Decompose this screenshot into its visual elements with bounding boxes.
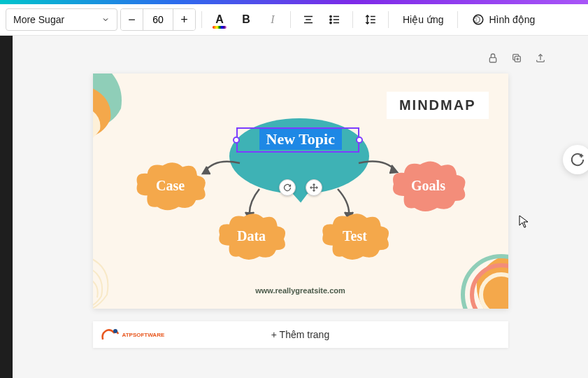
duplicate-button[interactable] bbox=[507, 48, 526, 68]
decorative-lines-bottom-left bbox=[93, 232, 177, 309]
add-page-button[interactable]: ATPSOFTWARE + Thêm trang bbox=[93, 321, 508, 348]
decorative-corner-top-left bbox=[93, 74, 184, 150]
canvas-area[interactable]: MINDMAP New Topic bbox=[13, 36, 588, 378]
toolbar-separator bbox=[201, 11, 202, 28]
slide-canvas[interactable]: MINDMAP New Topic bbox=[93, 74, 508, 309]
node-test[interactable]: Test bbox=[317, 209, 394, 262]
svg-point-4 bbox=[330, 19, 331, 20]
node-case[interactable]: Case bbox=[131, 159, 210, 212]
node-data[interactable]: Data bbox=[213, 209, 290, 262]
toolbar-separator bbox=[388, 11, 389, 28]
decorative-corner-bottom-right bbox=[410, 225, 508, 309]
node-data-label: Data bbox=[237, 228, 266, 244]
cursor-pointer-icon bbox=[519, 215, 530, 229]
font-size-increase-button[interactable]: + bbox=[173, 8, 195, 31]
lock-icon bbox=[487, 52, 499, 64]
svg-point-5 bbox=[330, 22, 331, 23]
move-icon bbox=[310, 183, 318, 192]
selection-handle-right[interactable] bbox=[356, 136, 363, 144]
node-goals[interactable]: Goals bbox=[387, 158, 471, 214]
alignment-button[interactable] bbox=[296, 8, 320, 31]
align-icon bbox=[302, 13, 315, 26]
main-area: MINDMAP New Topic bbox=[0, 36, 588, 378]
font-family-select[interactable]: More Sugar bbox=[6, 8, 117, 31]
add-page-label: + Thêm trang bbox=[271, 329, 329, 340]
list-icon bbox=[329, 13, 341, 26]
spacing-button[interactable] bbox=[359, 8, 382, 31]
left-sidebar-collapsed bbox=[0, 36, 13, 378]
svg-rect-16 bbox=[489, 57, 496, 62]
svg-point-26 bbox=[113, 329, 117, 333]
footer-url: www.reallygreatsite.com bbox=[93, 286, 508, 295]
watermark-logo: ATPSOFTWARE bbox=[100, 327, 165, 342]
refresh-plus-icon bbox=[570, 152, 585, 167]
logo-text: ATPSOFTWARE bbox=[122, 332, 165, 338]
animate-button[interactable]: Hình động bbox=[464, 8, 543, 31]
lock-button[interactable] bbox=[483, 48, 503, 68]
mindmap-title[interactable]: MINDMAP bbox=[387, 92, 489, 119]
element-controls bbox=[279, 179, 322, 196]
animate-icon bbox=[472, 13, 485, 26]
logo-icon bbox=[100, 327, 120, 342]
font-size-group: − + bbox=[120, 8, 196, 31]
font-size-decrease-button[interactable]: − bbox=[121, 8, 143, 31]
animate-label: Hình động bbox=[489, 14, 535, 25]
slide-actions-row bbox=[32, 48, 568, 68]
central-topic-text[interactable]: New Topic bbox=[259, 129, 342, 150]
list-button[interactable] bbox=[323, 8, 347, 31]
move-handle[interactable] bbox=[306, 179, 322, 196]
node-test-label: Test bbox=[343, 228, 367, 244]
line-spacing-icon bbox=[364, 13, 377, 26]
svg-point-15 bbox=[474, 18, 478, 22]
svg-point-3 bbox=[330, 15, 331, 17]
bold-button[interactable]: B bbox=[234, 8, 258, 31]
node-goals-label: Goals bbox=[411, 178, 445, 194]
rotate-handle[interactable] bbox=[279, 179, 296, 196]
effects-button[interactable]: Hiệu ứng bbox=[394, 8, 452, 31]
regenerate-float-button[interactable] bbox=[563, 145, 588, 174]
selection-handle-left[interactable] bbox=[233, 136, 240, 144]
toolbar-separator bbox=[352, 11, 353, 28]
toolbar-separator bbox=[457, 11, 458, 28]
export-button[interactable] bbox=[531, 48, 550, 68]
toolbar-separator bbox=[290, 11, 291, 28]
rotate-icon bbox=[283, 183, 292, 192]
duplicate-icon bbox=[511, 52, 522, 64]
font-size-input[interactable] bbox=[143, 8, 173, 31]
chevron-down-icon bbox=[101, 15, 110, 24]
font-family-value: More Sugar bbox=[13, 14, 64, 25]
italic-button[interactable]: I bbox=[261, 8, 285, 31]
toolbar: More Sugar − + A B I Hiệu ứng Hình động bbox=[0, 4, 588, 36]
text-color-button[interactable]: A bbox=[208, 8, 231, 31]
node-case-label: Case bbox=[156, 178, 185, 194]
upload-icon bbox=[535, 52, 546, 64]
